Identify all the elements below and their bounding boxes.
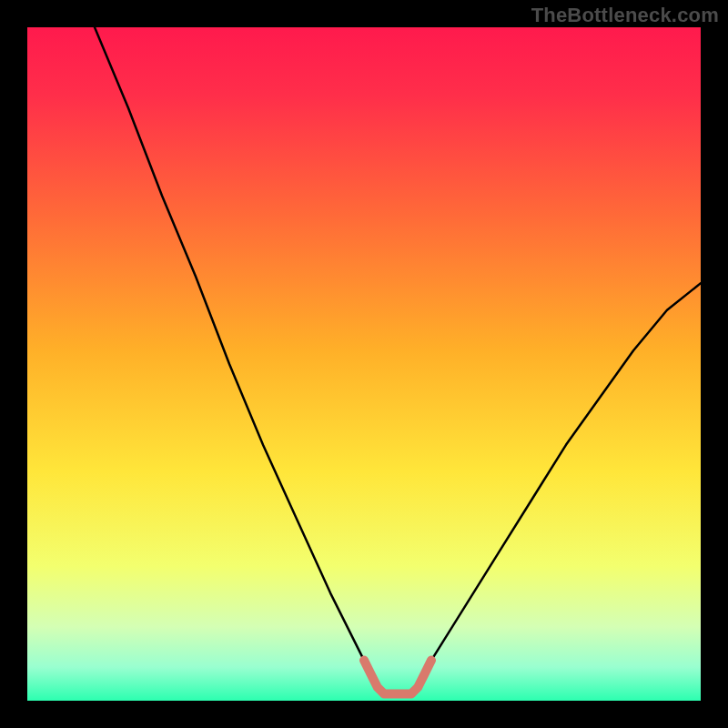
bottleneck-chart bbox=[0, 0, 728, 728]
attribution-label: TheBottleneck.com bbox=[531, 4, 719, 27]
plot-area bbox=[27, 27, 701, 701]
chart-container: TheBottleneck.com bbox=[0, 0, 728, 728]
